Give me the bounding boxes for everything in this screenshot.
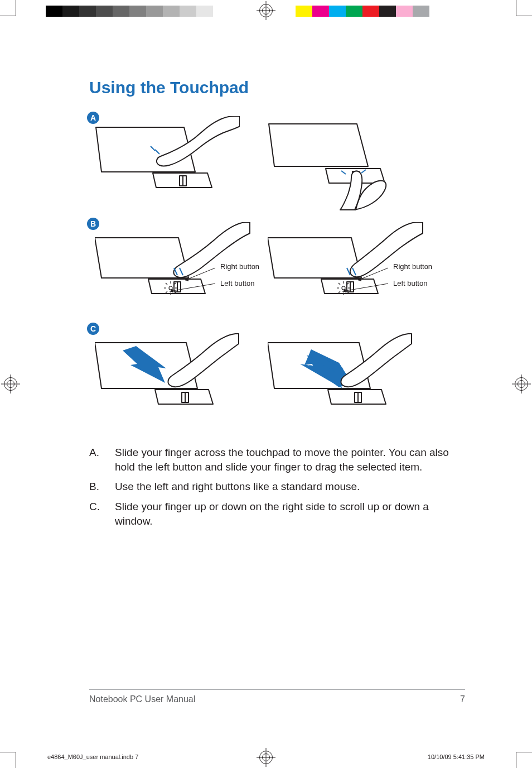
- slug-timestamp: 10/10/09 5:41:35 PM: [428, 753, 485, 760]
- footer-page-number: 7: [460, 694, 465, 704]
- diagram-a-slide-pointer: [95, 116, 240, 200]
- swatch: [129, 6, 146, 17]
- registration-mark-icon: [515, 377, 528, 391]
- print-slug: e4864_M60J_user manual.indb 7 10/10/09 5…: [47, 753, 485, 760]
- registration-mark-icon: [259, 4, 273, 17]
- instruction-list: A. Slide your finger across the touchpad…: [89, 445, 476, 528]
- swatch: [96, 6, 113, 17]
- page-footer: Notebook PC User Manual 7: [89, 689, 465, 704]
- crop-mark: [0, 746, 22, 768]
- swatch: [196, 6, 213, 17]
- list-item: A. Slide your finger across the touchpad…: [89, 445, 476, 474]
- swatch: [346, 6, 362, 17]
- swatch: [379, 6, 396, 17]
- label-right-button: Right button: [220, 262, 259, 271]
- list-text: Use the left and right buttons like a st…: [115, 479, 476, 494]
- list-item: B. Use the left and right buttons like a…: [89, 479, 476, 494]
- swatch: [79, 6, 96, 17]
- slug-filename: e4864_M60J_user manual.indb 7: [47, 753, 138, 760]
- swatch: [180, 6, 196, 17]
- swatch: [296, 6, 312, 17]
- swatch: [62, 6, 79, 17]
- diagram-c-scroll-down: [268, 327, 413, 416]
- swatch: [396, 6, 413, 17]
- swatch: [362, 6, 379, 17]
- swatch: [46, 6, 62, 17]
- swatch: [163, 6, 180, 17]
- page-title: Using the Touchpad: [89, 78, 476, 97]
- svg-marker-6: [269, 124, 368, 166]
- swatch: [312, 6, 329, 17]
- list-text: Slide your finger across the touchpad to…: [115, 445, 476, 474]
- list-letter: B.: [89, 479, 115, 494]
- label-left-button: Left button: [393, 279, 427, 287]
- color-calibration-bar: [296, 6, 429, 17]
- swatch: [146, 6, 163, 17]
- content-area: Using the Touchpad A: [39, 39, 493, 528]
- swatch: [329, 6, 346, 17]
- crop-mark: [510, 0, 532, 22]
- crop-mark: [510, 746, 532, 768]
- footer-manual-name: Notebook PC User Manual: [89, 694, 195, 704]
- label-right-button: Right button: [393, 262, 432, 271]
- list-letter: C.: [89, 500, 115, 528]
- list-item: C. Slide your finger up or down on the r…: [89, 500, 476, 528]
- swatch: [113, 6, 129, 17]
- grayscale-calibration-bar: [46, 6, 213, 17]
- swatch: [413, 6, 429, 17]
- list-letter: A.: [89, 445, 115, 474]
- list-text: Slide your finger up or down on the righ…: [115, 500, 476, 528]
- label-left-button: Left button: [220, 279, 254, 287]
- diagram-a-click-button: [268, 116, 413, 211]
- crop-mark: [0, 0, 22, 22]
- page-area: Using the Touchpad A: [39, 39, 493, 729]
- svg-marker-31: [268, 238, 361, 278]
- diagram-c-scroll-up: [95, 327, 240, 416]
- registration-mark-icon: [4, 377, 17, 391]
- diagram-area: A: [89, 111, 476, 440]
